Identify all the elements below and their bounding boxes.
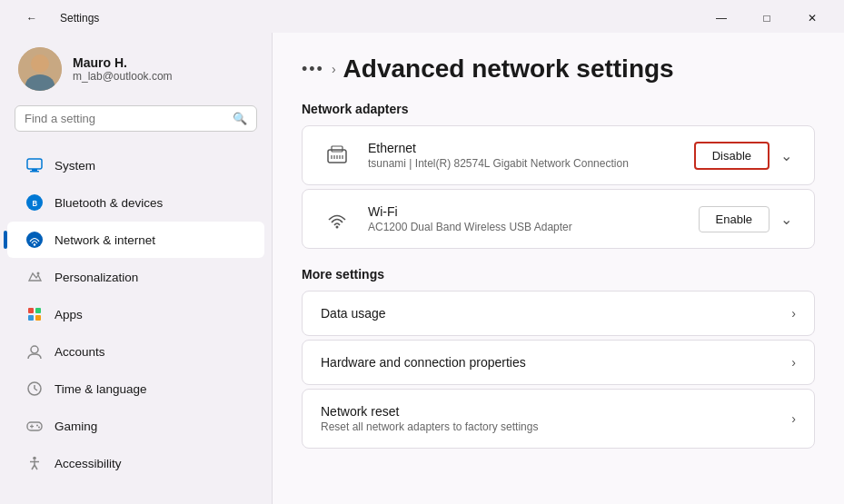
adapters-section-title: Network adapters (302, 102, 815, 116)
data-usage-item[interactable]: Data usage › (302, 291, 815, 336)
ethernet-row: Ethernet tsunami | Intel(R) 82574L Gigab… (303, 126, 814, 184)
sidebar-item-label-accessibility: Accessibility (55, 457, 122, 470)
sidebar-item-label-accounts: Accounts (55, 345, 105, 359)
accessibility-icon (25, 454, 44, 472)
sidebar: Mauro H. m_lab@outlook.com 🔍 System ʙ (0, 33, 273, 504)
ethernet-desc: tsunami | Intel(R) 82574L Gigabit Networ… (368, 157, 680, 170)
nav-items: System ʙ Bluetooth & devices Network & i… (0, 143, 272, 486)
personalization-icon (25, 268, 44, 286)
network-reset-chevron: › (791, 411, 796, 426)
data-usage-text: Data usage (321, 306, 386, 321)
system-icon (25, 156, 44, 174)
search-input[interactable] (25, 112, 225, 125)
user-profile[interactable]: Mauro H. m_lab@outlook.com (0, 33, 272, 105)
avatar (18, 47, 62, 91)
svg-point-1 (31, 54, 49, 73)
svg-text:ʙ: ʙ (32, 197, 37, 208)
ethernet-actions: Disable ⌄ (694, 142, 796, 170)
svg-point-36 (336, 226, 339, 229)
wifi-row: Wi-Fi AC1200 Dual Band Wireless USB Adap… (303, 190, 814, 248)
network-reset-label: Network reset (321, 404, 538, 419)
sidebar-item-gaming[interactable]: Gaming (7, 408, 264, 444)
svg-point-15 (31, 346, 38, 353)
ethernet-name: Ethernet (368, 141, 680, 155)
app-body: Mauro H. m_lab@outlook.com 🔍 System ʙ (0, 33, 844, 504)
sidebar-item-label-system: System (55, 159, 95, 173)
network-reset-text: Network reset Reset all network adapters… (321, 404, 538, 433)
hardware-props-chevron: › (791, 355, 796, 370)
sidebar-item-network[interactable]: Network & internet (7, 222, 264, 258)
user-info: Mauro H. m_lab@outlook.com (73, 55, 173, 83)
breadcrumb: ••• › Advanced network settings (302, 54, 815, 84)
svg-line-28 (35, 465, 37, 469)
close-button[interactable]: ✕ (791, 5, 833, 31)
wifi-expand-button[interactable]: ⌄ (777, 207, 796, 232)
svg-rect-30 (332, 146, 343, 152)
svg-point-9 (34, 243, 35, 245)
adapter-card-ethernet: Ethernet tsunami | Intel(R) 82574L Gigab… (302, 125, 815, 185)
wifi-text: Wi-Fi AC1200 Dual Band Wireless USB Adap… (368, 204, 684, 233)
user-name: Mauro H. (73, 55, 173, 70)
svg-point-22 (36, 425, 38, 427)
search-icon: 🔍 (233, 112, 247, 125)
svg-line-18 (35, 389, 37, 390)
minimize-button[interactable]: — (700, 5, 742, 31)
maximize-button[interactable]: □ (746, 5, 788, 31)
sidebar-item-system[interactable]: System (7, 147, 264, 183)
main-content: ••• › Advanced network settings Network … (273, 33, 844, 504)
adapter-card-wifi: Wi-Fi AC1200 Dual Band Wireless USB Adap… (302, 189, 815, 249)
gaming-icon (25, 417, 44, 435)
svg-rect-4 (32, 169, 37, 171)
sidebar-item-personalization[interactable]: Personalization (7, 259, 264, 295)
network-reset-item[interactable]: Network reset Reset all network adapters… (302, 389, 815, 449)
svg-line-27 (32, 465, 35, 469)
breadcrumb-chevron: › (332, 62, 336, 76)
sidebar-item-accessibility[interactable]: Accessibility (7, 445, 264, 481)
svg-rect-12 (35, 308, 41, 313)
wifi-icon (321, 203, 353, 235)
data-usage-label: Data usage (321, 306, 386, 321)
back-button[interactable]: ← (11, 5, 53, 31)
apps-icon (25, 305, 44, 323)
svg-rect-19 (27, 422, 42, 430)
sidebar-item-time[interactable]: Time & language (7, 371, 264, 407)
window-controls: — □ ✕ (700, 5, 833, 31)
search-box[interactable]: 🔍 (15, 105, 257, 132)
sidebar-item-label-bluetooth: Bluetooth & devices (55, 196, 163, 210)
wifi-actions: Enable ⌄ (699, 206, 796, 232)
sidebar-item-bluetooth[interactable]: ʙ Bluetooth & devices (7, 184, 264, 221)
svg-rect-3 (27, 159, 42, 169)
breadcrumb-dots[interactable]: ••• (302, 60, 324, 79)
wifi-name: Wi-Fi (368, 204, 684, 219)
data-usage-chevron: › (791, 306, 796, 321)
network-icon (25, 231, 44, 249)
svg-point-10 (37, 272, 40, 275)
enable-button[interactable]: Enable (699, 206, 770, 232)
svg-rect-14 (35, 315, 41, 321)
sidebar-item-accounts[interactable]: Accounts (7, 333, 264, 370)
svg-point-24 (33, 457, 36, 460)
sidebar-item-label-time: Time & language (55, 382, 147, 396)
hardware-props-item[interactable]: Hardware and connection properties › (302, 340, 815, 385)
sidebar-item-label-gaming: Gaming (55, 420, 97, 433)
network-reset-sub: Reset all network adapters to factory se… (321, 420, 538, 433)
sidebar-item-label-apps: Apps (55, 308, 83, 321)
sidebar-item-label-network: Network & internet (55, 233, 155, 247)
disable-button[interactable]: Disable (694, 142, 770, 170)
titlebar: ← Settings — □ ✕ (0, 0, 844, 33)
sidebar-item-apps[interactable]: Apps (7, 296, 264, 332)
time-icon (25, 380, 44, 398)
app-title: Settings (60, 12, 99, 25)
hardware-props-text: Hardware and connection properties (321, 355, 526, 370)
accounts-icon (25, 342, 44, 361)
svg-rect-5 (30, 171, 39, 173)
ethernet-expand-button[interactable]: ⌄ (777, 143, 796, 168)
user-email: m_lab@outlook.com (73, 70, 173, 83)
svg-rect-13 (28, 315, 34, 321)
bluetooth-icon: ʙ (25, 193, 44, 212)
ethernet-text: Ethernet tsunami | Intel(R) 82574L Gigab… (368, 141, 680, 170)
sidebar-item-label-personalization: Personalization (55, 271, 138, 284)
wifi-desc: AC1200 Dual Band Wireless USB Adapter (368, 221, 684, 233)
more-settings-section-title: More settings (302, 267, 815, 282)
svg-point-23 (38, 427, 40, 429)
